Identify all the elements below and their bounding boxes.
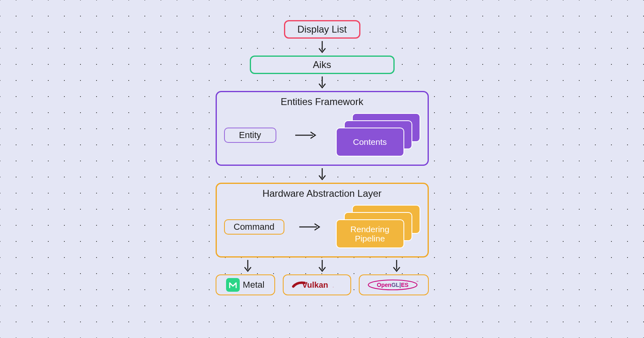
arrow-down-icon xyxy=(314,76,330,89)
arrow-down-icon xyxy=(314,40,330,54)
node-metal: Metal xyxy=(216,274,275,295)
opengles-logo-icon: OpenGL|ES ™ xyxy=(365,278,422,292)
arrow-down-icon xyxy=(389,259,405,273)
node-label: Entity xyxy=(239,130,261,140)
svg-text:™: ™ xyxy=(416,280,418,283)
group-title: Entities Framework xyxy=(222,96,422,107)
node-entity: Entity xyxy=(224,128,276,143)
backend-row: Metal Vulkan . OpenGL|ES ™ xyxy=(216,274,429,295)
group-title: Hardware Abstraction Layer xyxy=(222,188,422,199)
contents-stack: Contents xyxy=(336,113,420,157)
hal-row: Command Rendering Pipeline xyxy=(222,205,422,249)
node-opengles: OpenGL|ES ™ xyxy=(359,274,429,295)
diagram-canvas: Display List Aiks Entities Framework Ent… xyxy=(210,20,435,295)
node-entities-framework: Entities Framework Entity Contents xyxy=(216,91,429,166)
backend-label: Metal xyxy=(243,280,265,290)
card-label: Rendering Pipeline xyxy=(350,225,389,243)
metal-logo-icon xyxy=(226,278,240,292)
node-label: Display List xyxy=(297,24,347,35)
arrow-down-icon xyxy=(314,167,330,181)
svg-text:Vulkan: Vulkan xyxy=(302,280,328,289)
arrow-down-icon xyxy=(314,259,330,273)
node-command: Command xyxy=(224,219,284,235)
arrow-right-icon xyxy=(294,129,319,141)
backend-arrows xyxy=(216,258,429,274)
arrow-right-icon xyxy=(298,221,323,233)
svg-text:.: . xyxy=(333,284,334,288)
node-display-list: Display List xyxy=(284,20,360,39)
node-aiks: Aiks xyxy=(250,56,395,74)
node-label: Aiks xyxy=(313,59,331,70)
pipeline-stack: Rendering Pipeline xyxy=(336,205,420,249)
card-label: Contents xyxy=(353,137,387,146)
node-label: Command xyxy=(234,222,274,232)
pipeline-card: Rendering Pipeline xyxy=(336,219,404,248)
vulkan-logo-icon: Vulkan . xyxy=(291,278,343,291)
arrow-down-icon xyxy=(240,259,256,273)
contents-card: Contents xyxy=(336,128,404,157)
node-hal: Hardware Abstraction Layer Command Rende… xyxy=(216,183,429,258)
node-vulkan: Vulkan . xyxy=(283,274,351,295)
svg-text:OpenGL|ES: OpenGL|ES xyxy=(377,282,408,288)
entities-row: Entity Contents xyxy=(222,113,422,157)
